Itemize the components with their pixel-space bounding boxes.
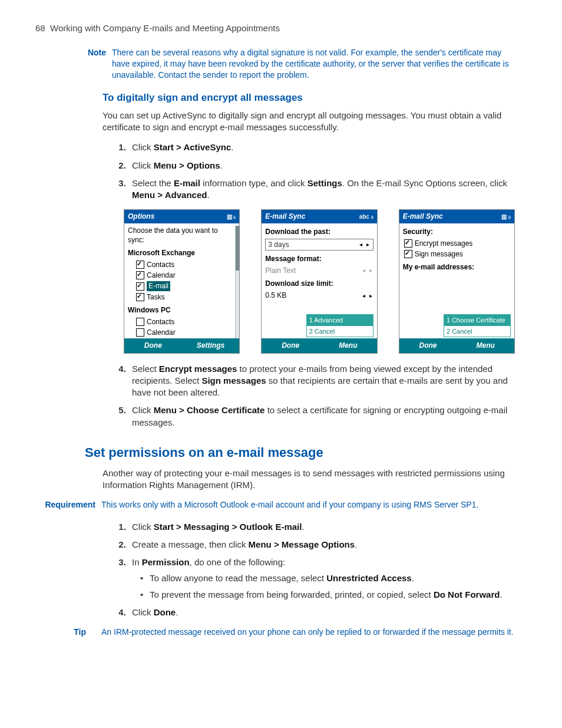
step-2b: Create a message, then click Menu > Mess… [128, 539, 515, 551]
softkey-settings[interactable]: Settings [182, 338, 240, 353]
group-exchange: Microsoft Exchange [128, 248, 236, 258]
note-label: Note [82, 47, 106, 81]
titlebar: E-mail Sync ▥ ᵢₗ [399, 210, 514, 223]
softkey-bar: Done Menu [262, 338, 376, 353]
prompt-text: Choose the data you want to sync: [128, 226, 236, 245]
field-download-past[interactable]: 3 days ◂ ▸ [265, 239, 373, 251]
checkbox-encrypt-messages[interactable]: Encrypt messages [404, 239, 511, 248]
softkey-done[interactable]: Done [399, 338, 457, 353]
checkbox-email[interactable]: E-mail [136, 281, 236, 291]
status-icons: ▥ ᵢₗ [501, 213, 511, 221]
step-3b: In Permission, do one of the following: … [128, 556, 515, 601]
window-title: E-mail Sync [265, 212, 305, 221]
screen-body: Security: Encrypt messages Sign messages… [399, 223, 514, 339]
checkbox-icon [136, 293, 144, 301]
menu-item-advanced[interactable]: 1 Advanced [307, 315, 373, 326]
softkey-done[interactable]: Done [124, 338, 182, 353]
checkbox-pc-calendar[interactable]: Calendar [136, 328, 236, 337]
steps-list-2: Click Start > Messaging > Outlook E-mail… [111, 521, 515, 619]
checkbox-contacts[interactable]: Contacts [136, 260, 236, 269]
softkey-bar: Done Menu [399, 338, 514, 353]
scrollbar-thumb[interactable] [236, 226, 239, 271]
field-download-size[interactable]: 0.5 KB ◂ ▸ [265, 291, 373, 300]
field-message-format[interactable]: Plain Text ◂ ▸ [265, 266, 373, 275]
steps-list-1-cont: Select Encrypt messages to protect your … [111, 363, 515, 429]
heading-set-permissions: Set permissions on an e-mail message [85, 444, 515, 462]
softkey-menu[interactable]: Menu [457, 338, 514, 353]
menu-item-cancel[interactable]: 2 Cancel [444, 326, 510, 337]
screen-options: Options ▥ ᵢₗ Choose the data you want to… [124, 209, 240, 353]
screen-body: Choose the data you want to sync: Micros… [124, 223, 239, 339]
screen-body: Download the past: 3 days ◂ ▸ Message fo… [262, 223, 376, 339]
group-windows-pc: Windows PC [128, 305, 236, 315]
titlebar: Options ▥ ᵢₗ [124, 210, 239, 223]
intro-text: You can set up ActiveSync to digitally s… [103, 110, 515, 134]
screenshots-row: Options ▥ ᵢₗ Choose the data you want to… [124, 209, 515, 353]
screen-email-sync-settings: E-mail Sync abc ᵢₗ Download the past: 3 … [261, 209, 377, 353]
spinner-arrows-icon[interactable]: ◂ ▸ [362, 292, 373, 300]
checkbox-pc-contacts[interactable]: Contacts [136, 317, 236, 327]
checkbox-calendar[interactable]: Calendar [136, 271, 236, 280]
note-block: Note There can be several reasons why a … [82, 47, 515, 81]
popup-menu: 1 Advanced 2 Cancel [306, 314, 373, 338]
spinner-arrows-icon: ◂ ▸ [362, 266, 373, 275]
window-title: Options [128, 212, 154, 221]
content-column: Note There can be several reasons why a … [82, 47, 515, 638]
subheading-sign-encrypt: To digitally sign and encrypt all messag… [103, 91, 515, 105]
checkbox-icon [136, 328, 144, 337]
menu-item-cancel[interactable]: 2 Cancel [307, 326, 373, 337]
menu-item-choose-certificate[interactable]: 1 Choose Certificate [444, 315, 510, 326]
chapter-title: Working with Company E-mails and Meeting… [50, 23, 280, 33]
checkbox-icon [136, 261, 144, 269]
popup-menu: 1 Choose Certificate 2 Cancel [444, 314, 511, 338]
softkey-menu[interactable]: Menu [319, 338, 377, 353]
bullet-unrestricted: To allow anyone to read the message, sel… [140, 572, 515, 584]
checkbox-sign-messages[interactable]: Sign messages [404, 249, 511, 259]
requirement-block: Requirement This works only with a Micro… [45, 499, 515, 510]
status-icons: abc ᵢₗ [359, 213, 373, 221]
checkbox-icon [404, 250, 412, 258]
label-my-email-addresses: My e-mail addresses: [403, 262, 511, 272]
step-3: Select the E-mail information type, and … [128, 177, 515, 202]
tip-block: Tip An IRM-protected message received on… [72, 627, 515, 638]
label-security: Security: [403, 227, 511, 236]
manual-page: 68 Working with Company E-mails and Meet… [0, 0, 562, 672]
label-download-past: Download the past: [265, 227, 373, 236]
window-title: E-mail Sync [403, 212, 443, 221]
sub-bullets: To allow anyone to read the message, sel… [140, 572, 515, 601]
checkbox-icon [404, 239, 412, 248]
softkey-done[interactable]: Done [262, 338, 319, 353]
tip-label: Tip [72, 627, 86, 638]
checkbox-icon [136, 282, 144, 291]
checkbox-icon [136, 271, 144, 279]
scrollbar[interactable] [235, 226, 239, 339]
label-download-size: Download size limit: [265, 279, 373, 288]
step-2: Click Menu > Options. [128, 160, 515, 172]
softkey-bar: Done Settings [124, 338, 239, 353]
steps-list-1: Click Start > ActiveSync. Click Menu > O… [111, 141, 515, 201]
requirement-text: This works only with a Microsoft Outlook… [101, 499, 515, 510]
screen-email-sync-security: E-mail Sync ▥ ᵢₗ Security: Encrypt messa… [399, 209, 515, 353]
step-1: Click Start > ActiveSync. [128, 141, 515, 153]
label-message-format: Message format: [265, 254, 373, 263]
step-5: Click Menu > Choose Certificate to selec… [128, 404, 515, 429]
running-header: 68 Working with Company E-mails and Meet… [35, 22, 527, 34]
checkbox-icon [136, 318, 144, 326]
note-text: There can be several reasons why a digit… [112, 47, 515, 81]
tip-text: An IRM-protected message received on you… [101, 627, 515, 638]
step-4b: Click Done. [128, 607, 515, 618]
step-4: Select Encrypt messages to protect your … [128, 363, 515, 399]
page-number: 68 [35, 23, 45, 33]
bullet-do-not-forward: To prevent the message from being forwar… [140, 589, 515, 601]
titlebar: E-mail Sync abc ᵢₗ [262, 210, 376, 223]
intro-text-2: Another way of protecting your e-mail me… [103, 467, 515, 492]
step-1b: Click Start > Messaging > Outlook E-mail… [128, 521, 515, 533]
checkbox-tasks[interactable]: Tasks [136, 292, 236, 302]
requirement-label: Requirement [45, 499, 95, 510]
status-icons: ▥ ᵢₗ [227, 213, 236, 221]
spinner-arrows-icon[interactable]: ◂ ▸ [359, 241, 371, 249]
